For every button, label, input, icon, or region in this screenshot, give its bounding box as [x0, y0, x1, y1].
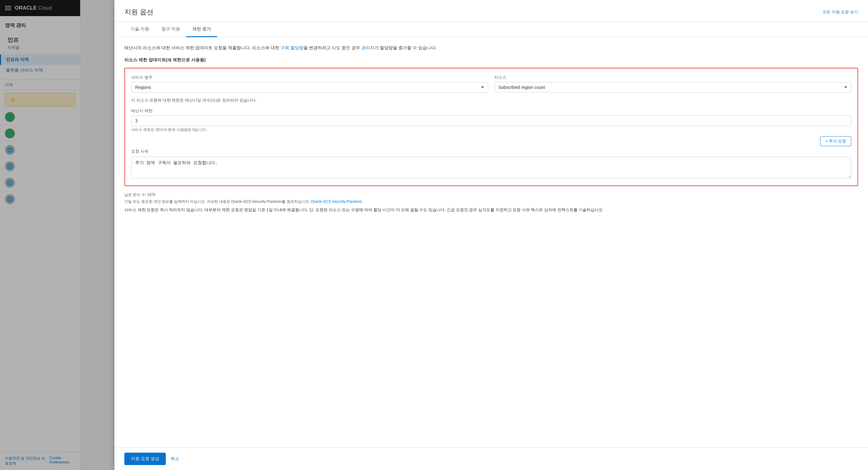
tenant-limit-input[interactable]: [131, 116, 851, 126]
tab-tech[interactable]: 기술 지원: [124, 22, 155, 37]
intro-text: 테넌시의 리소스에 대한 서비스 제한 업데이트 요청을 제출합니다. 리소스에…: [124, 45, 858, 51]
char-count: 남은 문자 수: 1979: [124, 192, 858, 198]
tabs-bar: 기술 지원 청구 지원 제한 증가: [115, 22, 868, 37]
service-limit-hint: 서비스 제한은 20이며 현재 사용량은 0입니다.: [131, 127, 851, 133]
form-row-selects: 서비스 범주 Regions 리소스 Subscribed region cou…: [131, 75, 851, 93]
reason-label: 요청 사유: [131, 149, 851, 154]
security-note: 기밀 또는 중요한 개인 정보를 입력하지 마십시오. 자세한 내용은 Orac…: [124, 199, 858, 204]
admin-link[interactable]: 관리자: [361, 45, 374, 50]
security-link[interactable]: Oracle GCS Security Practices.: [311, 199, 363, 204]
modal-body: 테넌시의 리소스에 대한 서비스 제한 업데이트 요청을 제출합니다. 리소스에…: [115, 37, 868, 447]
modal-overlay: 지원 옵션 모든 지원 요청 보기 기술 지원 청구 지원 제한 증가 테넌시의…: [0, 0, 868, 470]
resource-hint-text: 이 리소스 유형에 대한 제한은 테넌시당 개수(으)로 정의되어 있습니다.: [131, 97, 851, 103]
request-box: 서비스 범주 Regions 리소스 Subscribed region cou…: [124, 68, 858, 186]
section-title: 리소스 제한 업데이트(새 제한으로 사용됨): [124, 57, 858, 63]
modal-title: 지원 옵션: [124, 7, 153, 17]
modal-header: 지원 옵션 모든 지원 요청 보기: [115, 0, 868, 22]
add-request-btn-row: + 추가 요청: [131, 136, 851, 146]
resource-group: 리소스 Subscribed region count: [494, 75, 851, 93]
processing-note: 서비스 제한 요청은 즉시 처리되지 않습니다. 대부분의 제한 요청은 영업일…: [124, 207, 858, 213]
modal-panel: 지원 옵션 모든 지원 요청 보기 기술 지원 청구 지원 제한 증가 테넌시의…: [115, 0, 868, 470]
add-request-button[interactable]: + 추가 요청: [820, 136, 851, 146]
resource-label: 리소스: [494, 75, 851, 80]
tab-limit[interactable]: 제한 증가: [186, 22, 217, 37]
submit-button[interactable]: 지원 요청 생성: [124, 453, 166, 465]
tenant-limit-label: 테넌시 제한: [131, 108, 851, 114]
service-category-label: 서비스 범주: [131, 75, 488, 80]
tab-billing[interactable]: 청구 지원: [155, 22, 186, 37]
reason-textarea[interactable]: 추가 영역 구독이 필요하여 요청합니다.: [131, 157, 851, 178]
service-category-select[interactable]: Regions: [131, 82, 488, 93]
service-category-group: 서비스 범주 Regions: [131, 75, 488, 93]
quota-link[interactable]: 구회 할당량: [281, 45, 304, 50]
all-requests-link[interactable]: 모든 지원 요청 보기: [823, 9, 858, 15]
cancel-button[interactable]: 취소: [171, 456, 179, 462]
resource-select[interactable]: Subscribed region count: [494, 82, 851, 93]
modal-footer: 지원 요청 생성 취소: [115, 447, 868, 470]
